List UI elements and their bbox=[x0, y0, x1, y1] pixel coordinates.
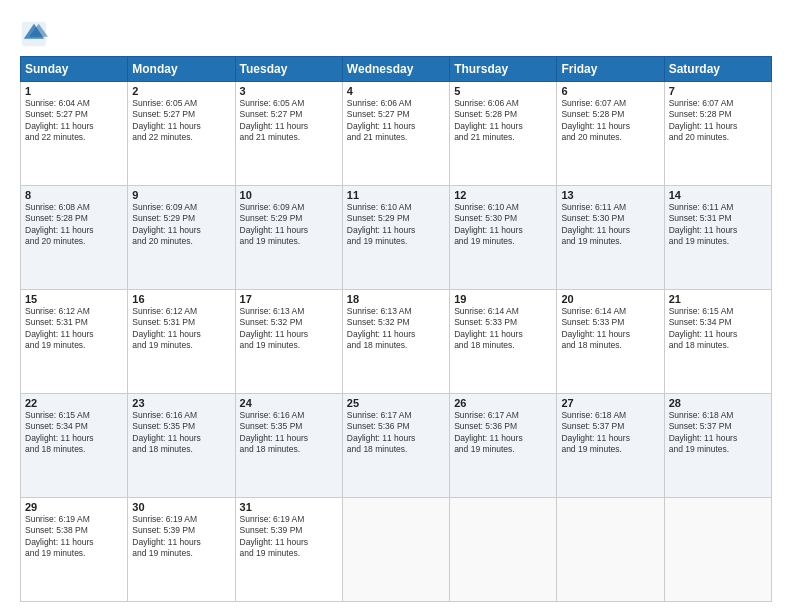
day-cell: 13Sunrise: 6:11 AMSunset: 5:30 PMDayligh… bbox=[557, 186, 664, 290]
day-cell: 24Sunrise: 6:16 AMSunset: 5:35 PMDayligh… bbox=[235, 394, 342, 498]
day-cell bbox=[664, 498, 771, 602]
day-number: 11 bbox=[347, 189, 445, 201]
day-info: Sunrise: 6:11 AMSunset: 5:30 PMDaylight:… bbox=[561, 202, 659, 248]
day-info: Sunrise: 6:13 AMSunset: 5:32 PMDaylight:… bbox=[240, 306, 338, 352]
calendar-body: 1Sunrise: 6:04 AMSunset: 5:27 PMDaylight… bbox=[21, 82, 772, 602]
header-row: SundayMondayTuesdayWednesdayThursdayFrid… bbox=[21, 57, 772, 82]
col-header-friday: Friday bbox=[557, 57, 664, 82]
day-info: Sunrise: 6:15 AMSunset: 5:34 PMDaylight:… bbox=[669, 306, 767, 352]
day-info: Sunrise: 6:12 AMSunset: 5:31 PMDaylight:… bbox=[25, 306, 123, 352]
day-cell bbox=[342, 498, 449, 602]
day-cell: 3Sunrise: 6:05 AMSunset: 5:27 PMDaylight… bbox=[235, 82, 342, 186]
day-number: 9 bbox=[132, 189, 230, 201]
day-cell bbox=[450, 498, 557, 602]
day-number: 20 bbox=[561, 293, 659, 305]
day-number: 24 bbox=[240, 397, 338, 409]
day-cell: 12Sunrise: 6:10 AMSunset: 5:30 PMDayligh… bbox=[450, 186, 557, 290]
day-cell: 14Sunrise: 6:11 AMSunset: 5:31 PMDayligh… bbox=[664, 186, 771, 290]
day-number: 29 bbox=[25, 501, 123, 513]
day-cell: 20Sunrise: 6:14 AMSunset: 5:33 PMDayligh… bbox=[557, 290, 664, 394]
day-cell: 30Sunrise: 6:19 AMSunset: 5:39 PMDayligh… bbox=[128, 498, 235, 602]
day-cell: 28Sunrise: 6:18 AMSunset: 5:37 PMDayligh… bbox=[664, 394, 771, 498]
calendar: SundayMondayTuesdayWednesdayThursdayFrid… bbox=[20, 56, 772, 602]
col-header-saturday: Saturday bbox=[664, 57, 771, 82]
day-cell: 8Sunrise: 6:08 AMSunset: 5:28 PMDaylight… bbox=[21, 186, 128, 290]
day-number: 21 bbox=[669, 293, 767, 305]
col-header-sunday: Sunday bbox=[21, 57, 128, 82]
day-number: 10 bbox=[240, 189, 338, 201]
day-cell: 16Sunrise: 6:12 AMSunset: 5:31 PMDayligh… bbox=[128, 290, 235, 394]
day-number: 2 bbox=[132, 85, 230, 97]
day-number: 5 bbox=[454, 85, 552, 97]
day-cell bbox=[557, 498, 664, 602]
day-number: 26 bbox=[454, 397, 552, 409]
day-info: Sunrise: 6:04 AMSunset: 5:27 PMDaylight:… bbox=[25, 98, 123, 144]
week-row-3: 15Sunrise: 6:12 AMSunset: 5:31 PMDayligh… bbox=[21, 290, 772, 394]
week-row-2: 8Sunrise: 6:08 AMSunset: 5:28 PMDaylight… bbox=[21, 186, 772, 290]
day-info: Sunrise: 6:05 AMSunset: 5:27 PMDaylight:… bbox=[132, 98, 230, 144]
day-number: 17 bbox=[240, 293, 338, 305]
day-info: Sunrise: 6:17 AMSunset: 5:36 PMDaylight:… bbox=[347, 410, 445, 456]
day-number: 1 bbox=[25, 85, 123, 97]
day-cell: 25Sunrise: 6:17 AMSunset: 5:36 PMDayligh… bbox=[342, 394, 449, 498]
day-info: Sunrise: 6:18 AMSunset: 5:37 PMDaylight:… bbox=[561, 410, 659, 456]
day-number: 28 bbox=[669, 397, 767, 409]
day-cell: 2Sunrise: 6:05 AMSunset: 5:27 PMDaylight… bbox=[128, 82, 235, 186]
day-number: 22 bbox=[25, 397, 123, 409]
col-header-wednesday: Wednesday bbox=[342, 57, 449, 82]
day-info: Sunrise: 6:13 AMSunset: 5:32 PMDaylight:… bbox=[347, 306, 445, 352]
day-number: 8 bbox=[25, 189, 123, 201]
day-info: Sunrise: 6:19 AMSunset: 5:38 PMDaylight:… bbox=[25, 514, 123, 560]
col-header-thursday: Thursday bbox=[450, 57, 557, 82]
day-number: 4 bbox=[347, 85, 445, 97]
day-info: Sunrise: 6:16 AMSunset: 5:35 PMDaylight:… bbox=[132, 410, 230, 456]
day-cell: 6Sunrise: 6:07 AMSunset: 5:28 PMDaylight… bbox=[557, 82, 664, 186]
logo bbox=[20, 20, 50, 48]
page: SundayMondayTuesdayWednesdayThursdayFrid… bbox=[0, 0, 792, 612]
day-info: Sunrise: 6:11 AMSunset: 5:31 PMDaylight:… bbox=[669, 202, 767, 248]
day-info: Sunrise: 6:08 AMSunset: 5:28 PMDaylight:… bbox=[25, 202, 123, 248]
day-info: Sunrise: 6:19 AMSunset: 5:39 PMDaylight:… bbox=[132, 514, 230, 560]
day-cell: 15Sunrise: 6:12 AMSunset: 5:31 PMDayligh… bbox=[21, 290, 128, 394]
day-cell: 26Sunrise: 6:17 AMSunset: 5:36 PMDayligh… bbox=[450, 394, 557, 498]
day-number: 7 bbox=[669, 85, 767, 97]
day-cell: 10Sunrise: 6:09 AMSunset: 5:29 PMDayligh… bbox=[235, 186, 342, 290]
day-number: 16 bbox=[132, 293, 230, 305]
day-number: 31 bbox=[240, 501, 338, 513]
day-info: Sunrise: 6:07 AMSunset: 5:28 PMDaylight:… bbox=[669, 98, 767, 144]
logo-icon bbox=[20, 20, 48, 48]
day-number: 25 bbox=[347, 397, 445, 409]
day-cell: 21Sunrise: 6:15 AMSunset: 5:34 PMDayligh… bbox=[664, 290, 771, 394]
day-cell: 31Sunrise: 6:19 AMSunset: 5:39 PMDayligh… bbox=[235, 498, 342, 602]
week-row-1: 1Sunrise: 6:04 AMSunset: 5:27 PMDaylight… bbox=[21, 82, 772, 186]
day-cell: 1Sunrise: 6:04 AMSunset: 5:27 PMDaylight… bbox=[21, 82, 128, 186]
day-cell: 5Sunrise: 6:06 AMSunset: 5:28 PMDaylight… bbox=[450, 82, 557, 186]
day-info: Sunrise: 6:10 AMSunset: 5:30 PMDaylight:… bbox=[454, 202, 552, 248]
day-cell: 4Sunrise: 6:06 AMSunset: 5:27 PMDaylight… bbox=[342, 82, 449, 186]
day-info: Sunrise: 6:14 AMSunset: 5:33 PMDaylight:… bbox=[561, 306, 659, 352]
day-info: Sunrise: 6:09 AMSunset: 5:29 PMDaylight:… bbox=[240, 202, 338, 248]
day-number: 23 bbox=[132, 397, 230, 409]
calendar-header: SundayMondayTuesdayWednesdayThursdayFrid… bbox=[21, 57, 772, 82]
day-info: Sunrise: 6:17 AMSunset: 5:36 PMDaylight:… bbox=[454, 410, 552, 456]
col-header-monday: Monday bbox=[128, 57, 235, 82]
day-info: Sunrise: 6:09 AMSunset: 5:29 PMDaylight:… bbox=[132, 202, 230, 248]
day-info: Sunrise: 6:06 AMSunset: 5:28 PMDaylight:… bbox=[454, 98, 552, 144]
day-number: 13 bbox=[561, 189, 659, 201]
day-cell: 7Sunrise: 6:07 AMSunset: 5:28 PMDaylight… bbox=[664, 82, 771, 186]
day-number: 3 bbox=[240, 85, 338, 97]
week-row-4: 22Sunrise: 6:15 AMSunset: 5:34 PMDayligh… bbox=[21, 394, 772, 498]
day-cell: 27Sunrise: 6:18 AMSunset: 5:37 PMDayligh… bbox=[557, 394, 664, 498]
day-cell: 18Sunrise: 6:13 AMSunset: 5:32 PMDayligh… bbox=[342, 290, 449, 394]
day-number: 30 bbox=[132, 501, 230, 513]
day-cell: 23Sunrise: 6:16 AMSunset: 5:35 PMDayligh… bbox=[128, 394, 235, 498]
day-number: 6 bbox=[561, 85, 659, 97]
day-number: 15 bbox=[25, 293, 123, 305]
day-cell: 22Sunrise: 6:15 AMSunset: 5:34 PMDayligh… bbox=[21, 394, 128, 498]
day-info: Sunrise: 6:12 AMSunset: 5:31 PMDaylight:… bbox=[132, 306, 230, 352]
day-info: Sunrise: 6:16 AMSunset: 5:35 PMDaylight:… bbox=[240, 410, 338, 456]
day-info: Sunrise: 6:07 AMSunset: 5:28 PMDaylight:… bbox=[561, 98, 659, 144]
day-info: Sunrise: 6:14 AMSunset: 5:33 PMDaylight:… bbox=[454, 306, 552, 352]
day-info: Sunrise: 6:19 AMSunset: 5:39 PMDaylight:… bbox=[240, 514, 338, 560]
day-number: 14 bbox=[669, 189, 767, 201]
